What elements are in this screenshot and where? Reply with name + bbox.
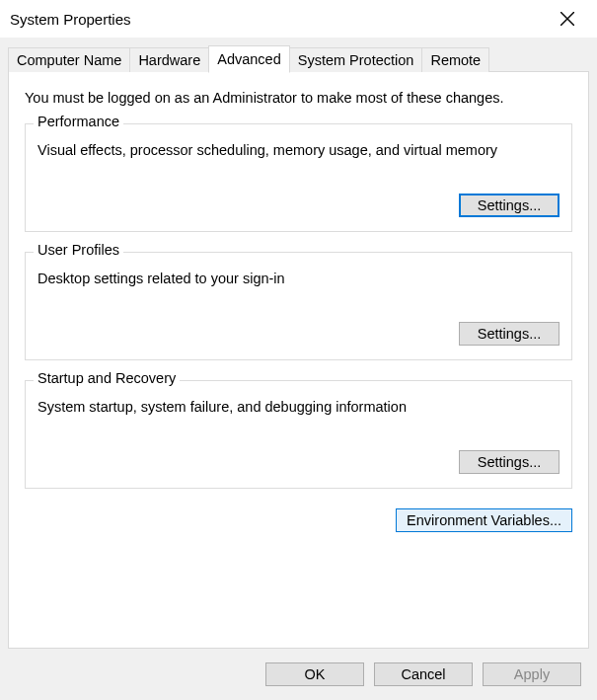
tab-hardware[interactable]: Hardware bbox=[129, 47, 209, 72]
groupbox-desc-user-profiles: Desktop settings related to your sign-in bbox=[37, 271, 560, 286]
groupbox-legend-startup-recovery: Startup and Recovery bbox=[34, 370, 180, 386]
client-area: Computer Name Hardware Advanced System P… bbox=[0, 38, 597, 700]
tab-remote[interactable]: Remote bbox=[421, 47, 489, 72]
environment-variables-button[interactable]: Environment Variables... bbox=[396, 508, 572, 532]
admin-note: You must be logged on as an Administrato… bbox=[25, 90, 572, 106]
groupbox-desc-performance: Visual effects, processor scheduling, me… bbox=[37, 142, 560, 158]
apply-button[interactable]: Apply bbox=[483, 662, 581, 686]
close-button[interactable] bbox=[548, 4, 587, 34]
tabs-row: Computer Name Hardware Advanced System P… bbox=[8, 45, 589, 72]
groupbox-user-profiles: User Profiles Desktop settings related t… bbox=[25, 252, 572, 360]
groupbox-legend-user-profiles: User Profiles bbox=[34, 242, 123, 258]
performance-settings-button[interactable]: Settings... bbox=[459, 194, 560, 217]
tab-advanced[interactable]: Advanced bbox=[208, 45, 290, 73]
tab-panel-advanced: You must be logged on as an Administrato… bbox=[8, 71, 589, 649]
groupbox-legend-performance: Performance bbox=[34, 114, 123, 129]
dialog-buttons: OK Cancel Apply bbox=[8, 649, 589, 700]
window-title: System Properties bbox=[10, 11, 131, 28]
cancel-button[interactable]: Cancel bbox=[374, 662, 473, 686]
tab-system-protection[interactable]: System Protection bbox=[289, 47, 423, 72]
groupbox-startup-recovery: Startup and Recovery System startup, sys… bbox=[25, 380, 572, 489]
startup-recovery-settings-button[interactable]: Settings... bbox=[459, 450, 560, 474]
user-profiles-settings-button[interactable]: Settings... bbox=[459, 322, 560, 346]
groupbox-desc-startup-recovery: System startup, system failure, and debu… bbox=[37, 399, 560, 415]
tab-computer-name[interactable]: Computer Name bbox=[8, 47, 130, 72]
titlebar: System Properties bbox=[0, 0, 597, 38]
groupbox-performance: Performance Visual effects, processor sc… bbox=[25, 123, 572, 232]
ok-button[interactable]: OK bbox=[265, 662, 364, 686]
close-icon bbox=[560, 12, 574, 26]
